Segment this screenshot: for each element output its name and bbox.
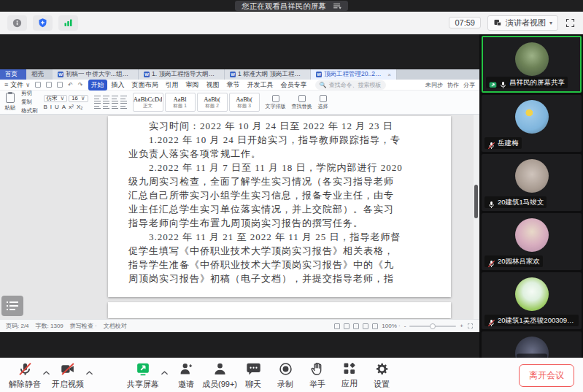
fit-page-icon[interactable]: [467, 323, 474, 329]
watching-banner[interactable]: 您正在观看昌祥民的屏幕: [235, 1, 348, 11]
cut-button[interactable]: 剪切: [21, 90, 38, 97]
wps-search-box[interactable]: 🔍查找命令、搜索模板: [315, 80, 386, 90]
paragraph-style-option[interactable]: AaBl 标题 1: [165, 93, 196, 112]
top-banner-strip: 您正在观看昌祥民的屏幕: [0, 0, 583, 12]
document-scrollbar[interactable]: [474, 115, 479, 319]
copy-button[interactable]: 复制: [21, 99, 38, 106]
document-text-line: 周顶岗实习报告》初稿（电子文档），并提交指导老师，指: [128, 272, 431, 285]
wps-file-menu[interactable]: ≡文件∨: [4, 80, 30, 90]
numbered-list-icon[interactable]: [103, 96, 109, 101]
indent-decrease-icon[interactable]: [112, 96, 118, 101]
wps-ribbon-tab[interactable]: 页面布局: [129, 80, 161, 91]
redo-icon[interactable]: ↷: [78, 82, 83, 88]
wps-ribbon-tab[interactable]: 章节: [224, 80, 243, 91]
video-options-chevron[interactable]: [84, 364, 95, 380]
participant-tile[interactable]: 岳建梅: [482, 95, 582, 152]
wps-menubar-right-item[interactable]: 分享: [463, 81, 475, 89]
paragraph-style-option[interactable]: AaBb( 标题 2: [197, 93, 228, 112]
line-spacing-icon[interactable]: [120, 103, 127, 109]
wps-ribbon-tab[interactable]: 会员专享: [278, 80, 310, 91]
apps-button[interactable]: 应用: [333, 359, 366, 391]
wps-ribbon-tab[interactable]: 开始: [88, 80, 107, 91]
zoom-slider[interactable]: [409, 326, 456, 327]
zoom-slider-knob[interactable]: [430, 323, 436, 329]
security-button[interactable]: [33, 15, 53, 31]
eye-protect-icon[interactable]: [334, 323, 340, 329]
participant-tile[interactable]: [482, 331, 582, 358]
font-size-select[interactable]: 16∨: [69, 95, 88, 102]
meeting-info-button[interactable]: [7, 15, 27, 31]
tab-close-icon[interactable]: ×: [387, 72, 391, 78]
zoom-in-button[interactable]: +: [460, 323, 463, 329]
wps-ribbon-tab[interactable]: 引用: [163, 80, 182, 91]
paste-button[interactable]: 粘贴: [4, 93, 15, 112]
ribbon-tool-button[interactable]: 文字排版: [266, 95, 286, 110]
wps-document-tab[interactable]: W 顶岗工程管理20..21级指导手册(1) ×: [311, 69, 397, 80]
participant-tile[interactable]: 20建筑1马竣文: [482, 154, 582, 211]
page-view-icon[interactable]: [344, 323, 350, 329]
align-right-icon[interactable]: [112, 103, 118, 109]
proofread-toggle[interactable]: 文档校对: [104, 322, 127, 330]
wps-document-tab[interactable]: W 稻壳: [26, 69, 53, 80]
outline-view-icon[interactable]: [353, 323, 359, 329]
invite-button[interactable]: 邀请: [170, 359, 202, 391]
wps-ribbon-tab[interactable]: 视图: [204, 80, 223, 91]
scrollbar-thumb[interactable]: [474, 185, 478, 218]
wps-ribbon-tab[interactable]: 开发工具: [244, 80, 277, 91]
paragraph-style-option[interactable]: AaBbCcDd 正文: [133, 93, 163, 112]
print-icon[interactable]: [46, 82, 52, 88]
participant-tile[interactable]: 20园林吕家欢: [482, 213, 582, 270]
web-view-icon[interactable]: [363, 323, 368, 329]
view-mode-selector[interactable]: 演讲者视图 ▾: [487, 15, 558, 31]
network-quality-button[interactable]: [58, 15, 78, 31]
ribbon-tool-button[interactable]: 选择: [318, 95, 328, 110]
format-painter-button[interactable]: 格式刷: [21, 107, 38, 115]
spellcheck-toggle[interactable]: 拼写检查 ·: [70, 322, 97, 330]
document-text-line: 业负责人落实各项常规工作。: [128, 147, 431, 161]
start-video-button[interactable]: 开启视频: [52, 359, 84, 391]
ribbon-tool-button[interactable]: 查找替换: [292, 95, 312, 110]
align-left-icon[interactable]: [94, 103, 101, 109]
participant-tile[interactable]: 20建筑1吴丞骏2003091...: [482, 272, 582, 329]
text-format-button[interactable]: U: [55, 104, 59, 110]
text-format-button[interactable]: x²: [69, 104, 74, 110]
record-button[interactable]: 录制: [269, 359, 301, 391]
chat-button[interactable]: 聊天: [237, 359, 269, 391]
save-icon[interactable]: [35, 82, 41, 88]
participant-tile[interactable]: 昌祥民的屏幕共享: [482, 36, 582, 93]
leave-meeting-button[interactable]: 离开会议: [519, 364, 574, 387]
paragraph-style-option[interactable]: AaBb( 标题 3: [229, 93, 260, 112]
wps-ribbon-tab[interactable]: 插入: [109, 80, 128, 91]
fullscreen-icon[interactable]: [565, 18, 576, 28]
text-format-button[interactable]: I: [50, 104, 52, 110]
settings-button[interactable]: 设置: [366, 359, 398, 391]
banner-menu-icon[interactable]: [333, 3, 341, 9]
invite-person-icon: [179, 361, 194, 377]
bullet-list-icon[interactable]: [94, 96, 101, 101]
indent-increase-icon[interactable]: [120, 96, 127, 101]
zoom-out-button[interactable]: -: [404, 323, 406, 329]
share-screen-button[interactable]: 共享屏幕: [127, 359, 159, 391]
unmute-button[interactable]: 解除静音: [9, 359, 41, 391]
wps-document-tab[interactable]: W 1. 顶岗工程指导大纲.docx: [139, 69, 225, 80]
wps-menubar-right-item[interactable]: 未同步: [425, 81, 443, 89]
outline-toggle-button[interactable]: [1, 296, 23, 316]
text-format-button[interactable]: X₂: [77, 104, 82, 110]
edit-mode-icon[interactable]: [372, 323, 378, 329]
wps-menubar-right-item[interactable]: 协作: [447, 81, 459, 89]
wps-document-tab[interactable]: W 初稿一 中侨大学...组 (10.10): [53, 69, 139, 80]
wps-ribbon-tab[interactable]: 审阅: [183, 80, 202, 91]
members-button[interactable]: 成员(99+): [202, 359, 237, 391]
mute-options-chevron[interactable]: [41, 364, 52, 380]
preview-icon[interactable]: [57, 82, 63, 88]
raise-hand-button[interactable]: 举手: [301, 359, 333, 391]
wps-document-area[interactable]: 实习时间：2022 年 10 月 24 日至 2022 年 12 月 23 日 …: [0, 115, 479, 319]
share-options-chevron[interactable]: [159, 364, 170, 380]
text-format-button[interactable]: B: [44, 104, 47, 110]
align-center-icon[interactable]: [103, 103, 109, 109]
text-format-button[interactable]: A: [62, 104, 66, 110]
font-name-select[interactable]: 仿宋∨: [44, 95, 68, 102]
wps-document-tab[interactable]: W 首页: [0, 69, 26, 80]
undo-icon[interactable]: ↶: [68, 82, 73, 88]
wps-document-tab[interactable]: W 1 标准大纲 顶岗工程.docx: [225, 69, 311, 80]
